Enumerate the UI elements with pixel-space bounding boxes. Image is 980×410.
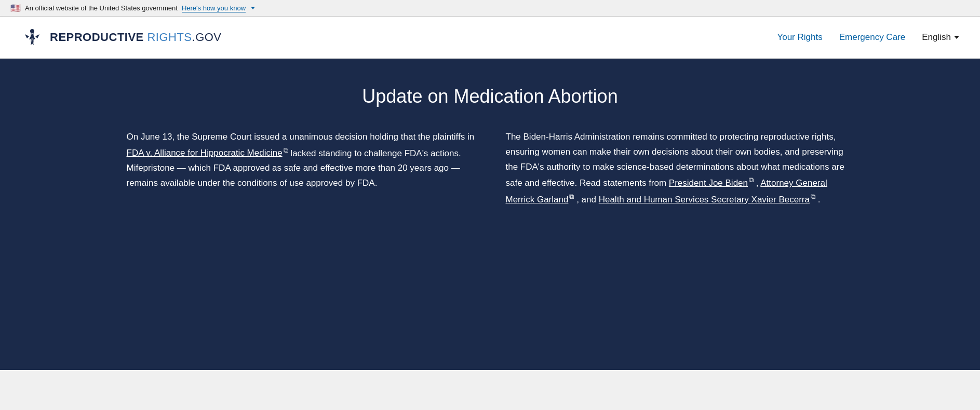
language-label: English	[922, 32, 951, 43]
col2-text-end: .	[815, 195, 820, 204]
your-rights-link[interactable]: Your Rights	[777, 32, 822, 43]
how-you-know-link[interactable]: Here's how you know	[182, 4, 246, 12]
external-link-icon-4: ⧉	[811, 191, 815, 202]
site-header: REPRODUCTIVE RIGHTS.GOV Your Rights Emer…	[0, 17, 980, 59]
hero-col-right-text: The Biden-Harris Administration remains …	[506, 130, 854, 208]
hero-col-left-text: On June 13, the Supreme Court issued a u…	[127, 130, 475, 191]
logo-area: REPRODUCTIVE RIGHTS.GOV	[21, 26, 222, 49]
hero-section: Update on Medication Abortion On June 13…	[0, 59, 980, 360]
hero-columns: On June 13, the Supreme Court issued a u…	[127, 130, 854, 208]
main-nav: Your Rights Emergency Care English	[777, 32, 959, 43]
external-link-icon: ⧉	[284, 145, 288, 156]
hero-col-right: The Biden-Harris Administration remains …	[506, 130, 854, 208]
col2-separator2: , and	[574, 195, 598, 204]
col2-separator1: ,	[754, 178, 760, 188]
banner-chevron-icon	[251, 7, 255, 9]
gov-banner-text: An official website of the United States…	[25, 4, 178, 12]
logo-rights: RIGHTS	[144, 31, 192, 44]
col1-text-before-link: On June 13, the Supreme Court issued a u…	[127, 132, 475, 142]
language-selector-button[interactable]: English	[922, 32, 959, 43]
president-biden-link-text: President Joe Biden	[669, 178, 748, 188]
external-link-icon-2: ⧉	[749, 174, 754, 186]
emergency-care-link[interactable]: Emergency Care	[839, 32, 906, 43]
hhs-secretary-link-text: Health and Human Services Secretary Xavi…	[599, 195, 810, 204]
fda-alliance-link[interactable]: FDA v. Alliance for Hippocratic Medicine…	[127, 148, 288, 158]
gov-banner: 🇺🇸 An official website of the United Sta…	[0, 0, 980, 17]
hero-title: Update on Medication Abortion	[42, 85, 938, 109]
hhs-secretary-link[interactable]: Health and Human Services Secretary Xavi…	[599, 195, 815, 204]
site-logo-text: REPRODUCTIVE RIGHTS.GOV	[50, 31, 222, 44]
fda-alliance-link-text: FDA v. Alliance for Hippocratic Medicine	[127, 148, 283, 158]
language-chevron-icon	[954, 36, 959, 39]
logo-icon	[21, 26, 44, 49]
logo-gov: .GOV	[192, 31, 222, 44]
svg-point-0	[30, 29, 34, 33]
flag-icon: 🇺🇸	[10, 3, 21, 13]
hero-col-left: On June 13, the Supreme Court issued a u…	[127, 130, 475, 208]
logo-reproductive: REPRODUCTIVE	[50, 31, 144, 44]
page-footer	[0, 360, 980, 370]
hhs-eagle-icon	[22, 27, 43, 48]
president-biden-link[interactable]: President Joe Biden⧉	[669, 178, 754, 188]
